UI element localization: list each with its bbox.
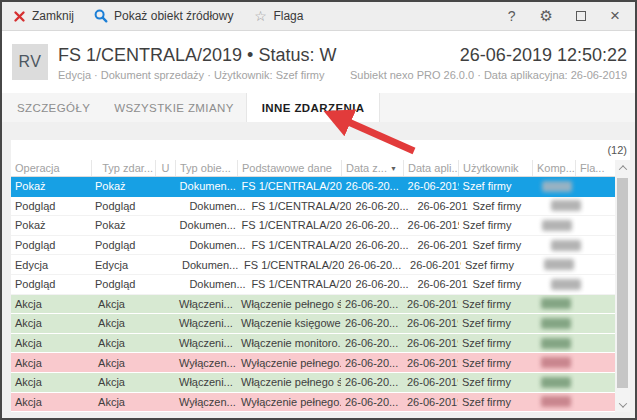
table-cell: 26-06-2019 bbox=[413, 197, 468, 216]
table-row[interactable]: EdycjaEdycjaDokumen...FS 1/CENTRALA/201.… bbox=[11, 255, 615, 275]
table-row[interactable]: AkcjaAkcjaWłączeni...Włączenie monitoro.… bbox=[11, 334, 615, 354]
table-cell: 26-06-20... bbox=[341, 295, 403, 314]
close-icon[interactable]: × bbox=[609, 11, 621, 21]
table-cell: Szef firmy bbox=[458, 295, 532, 314]
computer-cell bbox=[542, 197, 585, 216]
table-cell: Wyłączenie pełnego... bbox=[237, 353, 341, 372]
pokaz-obiekt-zrodlowy-button[interactable]: Pokaż obiekt źródłowy bbox=[94, 9, 233, 23]
table-row[interactable]: AkcjaAkcjaWłączeni...Włączenie pełnego ś… bbox=[11, 295, 615, 315]
column-header[interactable]: Data apli... bbox=[403, 160, 458, 176]
table-cell: Akcja bbox=[11, 373, 91, 392]
table-cell: 26-06-20... bbox=[341, 393, 403, 412]
table-cell: 26-06-2019 bbox=[403, 373, 458, 392]
computer-cell bbox=[533, 177, 576, 196]
table-cell: Włączenie pełnego ś... bbox=[237, 373, 341, 392]
zamknij-button[interactable]: Zamknij bbox=[12, 9, 74, 23]
table-cell: 26-06-2019 bbox=[406, 255, 461, 274]
table-cell: 26-06-2019 bbox=[413, 275, 468, 294]
table-row[interactable]: PodglądPodglądDokumen...FS 1/CENTRALA/20… bbox=[11, 197, 615, 217]
table-cell: 26-06-2019 bbox=[413, 236, 468, 255]
table-cell: Szef firmy bbox=[468, 275, 542, 294]
page-subtitle: Edycja · Dokument sprzedaży · Użytkownik… bbox=[58, 69, 336, 81]
table-cell: 26-06-20... bbox=[342, 216, 404, 235]
table-row[interactable]: PokażPokażDokumen...FS 1/CENTRALA/201...… bbox=[11, 216, 615, 236]
avatar: RV bbox=[12, 44, 48, 80]
tab-wszystkie-zmiany[interactable]: WSZYSTKIE ZMIANY bbox=[102, 93, 246, 122]
table-row[interactable]: AkcjaAkcjaWłączeni...Włączenie księgowe.… bbox=[11, 314, 615, 334]
table-cell: FS 1/CENTRALA/201... bbox=[247, 236, 351, 255]
table-cell: Szef firmy bbox=[458, 393, 532, 412]
column-header[interactable]: Data z...▼ bbox=[341, 160, 403, 176]
column-header[interactable]: U bbox=[155, 160, 175, 176]
table-cell: Pokaż bbox=[91, 216, 156, 235]
tab-bar: SZCZEGÓŁYWSZYSTKIE ZMIANYINNE ZDARZENIA bbox=[2, 93, 635, 122]
table-row[interactable]: PodglądPodglądDokumen...FS 1/CENTRALA/20… bbox=[11, 275, 615, 295]
table-cell: Akcja bbox=[91, 373, 155, 392]
events-grid: OperacjaTyp zdar...UTyp obie...Podstawow… bbox=[11, 160, 615, 412]
event-datetime: 26-06-2019 12:50:22 bbox=[350, 44, 627, 66]
table-cell bbox=[155, 373, 175, 392]
app-info: Subiekt nexo PRO 26.0.0 · Data aplikacyj… bbox=[350, 69, 627, 81]
gear-icon[interactable]: ⚙ bbox=[540, 7, 553, 25]
table-row[interactable]: AkcjaAkcjaWyłączen...Wyłączenie pełnego.… bbox=[11, 393, 615, 412]
column-header[interactable]: Typ zdar... bbox=[91, 160, 155, 176]
table-row[interactable]: PokażPokażDokumen...FS 1/CENTRALA/201...… bbox=[11, 177, 615, 197]
table-cell bbox=[165, 275, 185, 294]
help-icon[interactable]: ? bbox=[506, 8, 518, 24]
column-header[interactable]: Fla... bbox=[575, 160, 615, 176]
flaga-button-label: Flaga bbox=[273, 9, 303, 23]
scroll-down-icon[interactable] bbox=[615, 397, 630, 412]
column-header[interactable]: Typ obie... bbox=[175, 160, 237, 176]
table-cell bbox=[165, 236, 185, 255]
table-cell bbox=[575, 393, 615, 412]
table-cell: Podgląd bbox=[91, 275, 165, 294]
table-cell: 26-06-20... bbox=[341, 373, 403, 392]
blurred-computer-name bbox=[542, 220, 572, 231]
table-cell: FS 1/CENTRALA/201... bbox=[238, 216, 342, 235]
table-cell: 26-06-2019 bbox=[403, 334, 458, 353]
table-cell: 26-06-2019 bbox=[403, 295, 458, 314]
table-cell: Akcja bbox=[11, 314, 91, 333]
computer-cell bbox=[535, 255, 578, 274]
blurred-computer-name bbox=[551, 279, 581, 290]
table-cell: Szef firmy bbox=[468, 197, 542, 216]
scrollbar-thumb[interactable] bbox=[617, 178, 628, 388]
table-cell: Akcja bbox=[11, 353, 91, 372]
tab-inne-zdarzenia[interactable]: INNE ZDARZENIA bbox=[246, 93, 381, 122]
blurred-computer-name bbox=[541, 298, 571, 309]
scroll-up-icon[interactable] bbox=[615, 160, 630, 175]
computer-cell bbox=[533, 216, 576, 235]
blurred-computer-name bbox=[541, 338, 571, 349]
table-cell: Włączeni... bbox=[175, 373, 237, 392]
table-cell: Akcja bbox=[91, 334, 155, 353]
column-header[interactable]: Podstawowe dane bbox=[237, 160, 341, 176]
blurred-computer-name bbox=[541, 377, 571, 388]
table-row[interactable]: AkcjaAkcjaWyłączen...Wyłączenie pełnego.… bbox=[11, 353, 615, 373]
maximize-icon[interactable] bbox=[575, 11, 587, 21]
blurred-computer-name bbox=[541, 357, 571, 368]
content-area: (12) OperacjaTyp zdar...UTyp obie...Pods… bbox=[2, 122, 635, 418]
table-row[interactable]: AkcjaAkcjaWłączeni...Włączenie pełnego ś… bbox=[11, 373, 615, 393]
table-cell: 26-06-20... bbox=[344, 255, 406, 274]
computer-cell bbox=[532, 373, 575, 392]
table-cell: Dokumen... bbox=[185, 197, 247, 216]
computer-cell bbox=[542, 275, 585, 294]
table-cell: Akcja bbox=[91, 314, 155, 333]
tab-szczegóły[interactable]: SZCZEGÓŁY bbox=[5, 93, 102, 122]
column-header[interactable]: Operacja bbox=[11, 160, 91, 176]
vertical-scrollbar[interactable] bbox=[615, 160, 630, 412]
computer-cell bbox=[532, 393, 575, 412]
table-cell: Dokumen... bbox=[178, 255, 240, 274]
computer-cell bbox=[532, 353, 575, 372]
column-header[interactable]: Komp... bbox=[532, 160, 575, 176]
table-cell: 26-06-2019 bbox=[403, 393, 458, 412]
table-row[interactable]: PodglądPodglądDokumen...FS 1/CENTRALA/20… bbox=[11, 236, 615, 256]
table-cell bbox=[155, 334, 175, 353]
table-cell: 26-06-20... bbox=[351, 197, 413, 216]
table-cell: Włączenie monitoro... bbox=[237, 334, 341, 353]
column-header[interactable]: Użytkownik bbox=[458, 160, 532, 176]
table-cell: Szef firmy bbox=[458, 314, 532, 333]
table-cell: 26-06-2019 bbox=[404, 216, 459, 235]
flaga-button[interactable]: ☆Flaga bbox=[253, 9, 303, 23]
events-panel: (12) OperacjaTyp zdar...UTyp obie...Pods… bbox=[11, 140, 630, 412]
